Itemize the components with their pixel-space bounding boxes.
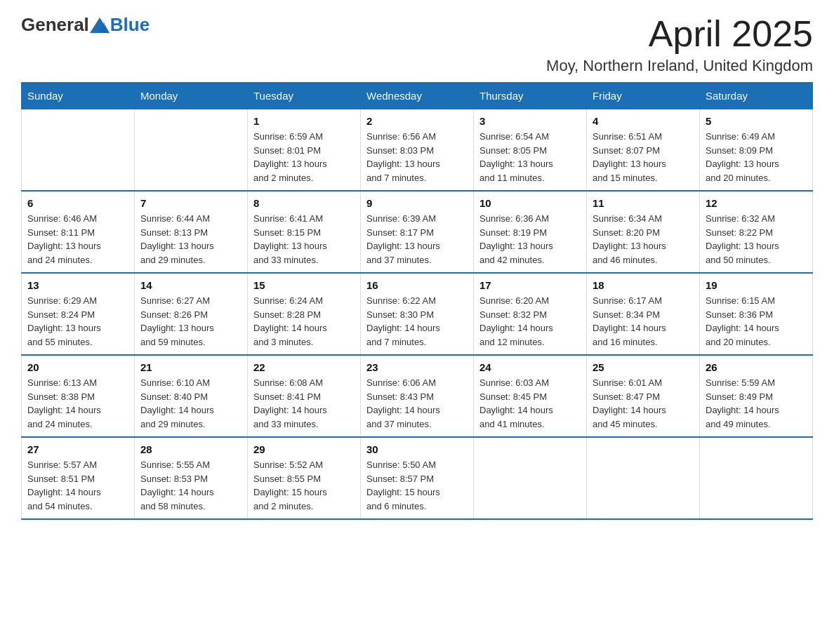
calendar-cell: 17Sunrise: 6:20 AMSunset: 8:32 PMDayligh… xyxy=(474,273,587,355)
logo: General Blue xyxy=(21,14,150,36)
day-number: 29 xyxy=(253,443,355,455)
weekday-header-wednesday: Wednesday xyxy=(361,83,474,109)
day-info: Sunrise: 6:17 AMSunset: 8:34 PMDaylight:… xyxy=(593,294,694,349)
calendar-cell: 23Sunrise: 6:06 AMSunset: 8:43 PMDayligh… xyxy=(361,355,474,437)
calendar-cell xyxy=(22,109,135,192)
calendar-table: SundayMondayTuesdayWednesdayThursdayFrid… xyxy=(21,82,813,520)
day-number: 8 xyxy=(253,197,355,209)
logo-triangle-icon xyxy=(90,18,110,33)
day-info: Sunrise: 6:03 AMSunset: 8:45 PMDaylight:… xyxy=(479,376,581,431)
calendar-body: 1Sunrise: 6:59 AMSunset: 8:01 PMDaylight… xyxy=(22,109,813,520)
day-number: 18 xyxy=(593,279,694,291)
day-number: 19 xyxy=(706,279,807,291)
day-number: 16 xyxy=(366,279,468,291)
calendar-week-4: 20Sunrise: 6:13 AMSunset: 8:38 PMDayligh… xyxy=(22,355,813,437)
day-info: Sunrise: 6:41 AMSunset: 8:15 PMDaylight:… xyxy=(253,212,355,267)
day-number: 21 xyxy=(140,361,241,373)
day-number: 25 xyxy=(593,361,694,373)
calendar-cell: 18Sunrise: 6:17 AMSunset: 8:34 PMDayligh… xyxy=(587,273,700,355)
calendar-cell: 29Sunrise: 5:52 AMSunset: 8:55 PMDayligh… xyxy=(248,437,361,519)
day-info: Sunrise: 6:08 AMSunset: 8:41 PMDaylight:… xyxy=(253,376,355,431)
day-number: 27 xyxy=(27,443,128,455)
day-info: Sunrise: 5:55 AMSunset: 8:53 PMDaylight:… xyxy=(140,458,241,513)
day-info: Sunrise: 6:29 AMSunset: 8:24 PMDaylight:… xyxy=(27,294,128,349)
calendar-cell: 2Sunrise: 6:56 AMSunset: 8:03 PMDaylight… xyxy=(361,109,474,192)
day-number: 7 xyxy=(140,197,241,209)
day-number: 26 xyxy=(706,361,807,373)
day-info: Sunrise: 6:20 AMSunset: 8:32 PMDaylight:… xyxy=(479,294,581,349)
calendar-cell: 13Sunrise: 6:29 AMSunset: 8:24 PMDayligh… xyxy=(22,273,135,355)
calendar-cell: 30Sunrise: 5:50 AMSunset: 8:57 PMDayligh… xyxy=(361,437,474,519)
calendar-cell: 14Sunrise: 6:27 AMSunset: 8:26 PMDayligh… xyxy=(135,273,248,355)
calendar-cell: 9Sunrise: 6:39 AMSunset: 8:17 PMDaylight… xyxy=(361,191,474,273)
day-number: 22 xyxy=(253,361,355,373)
calendar-cell: 6Sunrise: 6:46 AMSunset: 8:11 PMDaylight… xyxy=(22,191,135,273)
day-info: Sunrise: 5:50 AMSunset: 8:57 PMDaylight:… xyxy=(366,458,468,513)
calendar-cell: 5Sunrise: 6:49 AMSunset: 8:09 PMDaylight… xyxy=(700,109,813,192)
day-info: Sunrise: 6:01 AMSunset: 8:47 PMDaylight:… xyxy=(593,376,694,431)
weekday-header-row: SundayMondayTuesdayWednesdayThursdayFrid… xyxy=(22,83,813,109)
title-area: April 2025 Moy, Northern Ireland, United… xyxy=(546,14,813,75)
calendar-cell: 15Sunrise: 6:24 AMSunset: 8:28 PMDayligh… xyxy=(248,273,361,355)
day-number: 15 xyxy=(253,279,355,291)
calendar-cell xyxy=(474,437,587,519)
day-number: 5 xyxy=(706,115,807,127)
day-number: 30 xyxy=(366,443,468,455)
day-number: 28 xyxy=(140,443,241,455)
calendar-cell: 27Sunrise: 5:57 AMSunset: 8:51 PMDayligh… xyxy=(22,437,135,519)
calendar-cell: 28Sunrise: 5:55 AMSunset: 8:53 PMDayligh… xyxy=(135,437,248,519)
page-subtitle: Moy, Northern Ireland, United Kingdom xyxy=(546,57,813,75)
calendar-cell: 1Sunrise: 6:59 AMSunset: 8:01 PMDaylight… xyxy=(248,109,361,192)
page-container: General Blue April 2025 Moy, Northern Ir… xyxy=(21,14,813,520)
day-info: Sunrise: 6:24 AMSunset: 8:28 PMDaylight:… xyxy=(253,294,355,349)
calendar-cell: 12Sunrise: 6:32 AMSunset: 8:22 PMDayligh… xyxy=(700,191,813,273)
page-title: April 2025 xyxy=(546,14,813,54)
day-info: Sunrise: 6:06 AMSunset: 8:43 PMDaylight:… xyxy=(366,376,468,431)
calendar-cell: 11Sunrise: 6:34 AMSunset: 8:20 PMDayligh… xyxy=(587,191,700,273)
calendar-week-1: 1Sunrise: 6:59 AMSunset: 8:01 PMDaylight… xyxy=(22,109,813,192)
day-number: 6 xyxy=(27,197,128,209)
day-number: 13 xyxy=(27,279,128,291)
day-info: Sunrise: 6:39 AMSunset: 8:17 PMDaylight:… xyxy=(366,212,468,267)
calendar-cell: 3Sunrise: 6:54 AMSunset: 8:05 PMDaylight… xyxy=(474,109,587,192)
day-info: Sunrise: 5:57 AMSunset: 8:51 PMDaylight:… xyxy=(27,458,128,513)
logo-blue: Blue xyxy=(110,14,150,36)
day-info: Sunrise: 6:27 AMSunset: 8:26 PMDaylight:… xyxy=(140,294,241,349)
calendar-cell: 26Sunrise: 5:59 AMSunset: 8:49 PMDayligh… xyxy=(700,355,813,437)
weekday-header-sunday: Sunday xyxy=(22,83,135,109)
calendar-week-5: 27Sunrise: 5:57 AMSunset: 8:51 PMDayligh… xyxy=(22,437,813,519)
calendar-cell: 4Sunrise: 6:51 AMSunset: 8:07 PMDaylight… xyxy=(587,109,700,192)
day-info: Sunrise: 6:46 AMSunset: 8:11 PMDaylight:… xyxy=(27,212,128,267)
calendar-cell: 22Sunrise: 6:08 AMSunset: 8:41 PMDayligh… xyxy=(248,355,361,437)
calendar-cell: 25Sunrise: 6:01 AMSunset: 8:47 PMDayligh… xyxy=(587,355,700,437)
day-number: 24 xyxy=(479,361,581,373)
day-number: 10 xyxy=(479,197,581,209)
day-number: 20 xyxy=(27,361,128,373)
day-info: Sunrise: 6:59 AMSunset: 8:01 PMDaylight:… xyxy=(253,130,355,185)
calendar-cell: 19Sunrise: 6:15 AMSunset: 8:36 PMDayligh… xyxy=(700,273,813,355)
calendar-week-2: 6Sunrise: 6:46 AMSunset: 8:11 PMDaylight… xyxy=(22,191,813,273)
calendar-cell: 20Sunrise: 6:13 AMSunset: 8:38 PMDayligh… xyxy=(22,355,135,437)
day-info: Sunrise: 6:22 AMSunset: 8:30 PMDaylight:… xyxy=(366,294,468,349)
day-number: 11 xyxy=(593,197,694,209)
logo-general: General xyxy=(21,14,89,36)
weekday-header-saturday: Saturday xyxy=(700,83,813,109)
page-header: General Blue April 2025 Moy, Northern Ir… xyxy=(21,14,813,75)
day-info: Sunrise: 6:56 AMSunset: 8:03 PMDaylight:… xyxy=(366,130,468,185)
day-number: 4 xyxy=(593,115,694,127)
day-info: Sunrise: 5:59 AMSunset: 8:49 PMDaylight:… xyxy=(706,376,807,431)
calendar-cell: 10Sunrise: 6:36 AMSunset: 8:19 PMDayligh… xyxy=(474,191,587,273)
day-info: Sunrise: 6:44 AMSunset: 8:13 PMDaylight:… xyxy=(140,212,241,267)
calendar-cell: 21Sunrise: 6:10 AMSunset: 8:40 PMDayligh… xyxy=(135,355,248,437)
calendar-cell: 7Sunrise: 6:44 AMSunset: 8:13 PMDaylight… xyxy=(135,191,248,273)
calendar-cell xyxy=(700,437,813,519)
day-number: 1 xyxy=(253,115,355,127)
day-number: 14 xyxy=(140,279,241,291)
day-info: Sunrise: 5:52 AMSunset: 8:55 PMDaylight:… xyxy=(253,458,355,513)
day-number: 17 xyxy=(479,279,581,291)
calendar-cell xyxy=(587,437,700,519)
calendar-cell: 24Sunrise: 6:03 AMSunset: 8:45 PMDayligh… xyxy=(474,355,587,437)
weekday-header-thursday: Thursday xyxy=(474,83,587,109)
calendar-header: SundayMondayTuesdayWednesdayThursdayFrid… xyxy=(22,83,813,109)
day-info: Sunrise: 6:54 AMSunset: 8:05 PMDaylight:… xyxy=(479,130,581,185)
